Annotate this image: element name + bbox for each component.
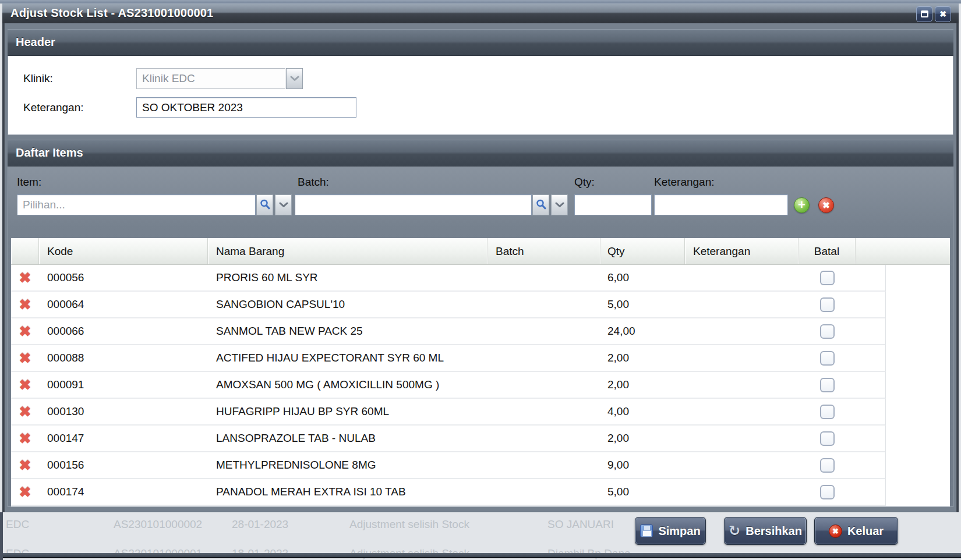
batch-search-button[interactable]	[532, 194, 549, 215]
batal-checkbox[interactable]	[820, 485, 835, 499]
column-header-nama[interactable]: Nama Barang	[208, 238, 487, 264]
delete-row-icon[interactable]: ✖	[19, 271, 31, 285]
bersihkan-button[interactable]: ↻ Bersihkan	[724, 517, 807, 545]
row-qty: 2,00	[600, 345, 685, 371]
row-batch	[487, 452, 600, 478]
column-header-kode[interactable]: Kode	[39, 238, 208, 264]
desktop: EDC AS230101000002 28-01-2023 Adjustment…	[0, 0, 961, 560]
row-delete-cell: ✖	[11, 479, 39, 505]
keluar-button[interactable]: ✖ Keluar	[814, 517, 898, 545]
row-keterangan	[685, 318, 799, 344]
table-row[interactable]: ✖ 000066 SANMOL TAB NEW PACK 25 24,00	[11, 318, 886, 345]
row-delete-cell: ✖	[11, 426, 39, 451]
column-header-filler	[856, 238, 950, 264]
keterangan-input[interactable]	[654, 194, 788, 215]
row-batch	[487, 426, 600, 451]
row-delete-cell: ✖	[11, 265, 39, 290]
header-panel-body: Klinik: Klinik EDC Keterangan:	[8, 56, 953, 135]
item-search-input[interactable]	[17, 194, 256, 215]
row-nama: PRORIS 60 ML SYR	[208, 265, 487, 290]
bersihkan-label: Bersihkan	[746, 524, 802, 538]
delete-row-icon[interactable]: ✖	[19, 405, 31, 419]
maximize-button[interactable]	[916, 6, 932, 22]
close-button[interactable]: ✖	[935, 6, 951, 22]
items-panel-title: Daftar Items	[16, 146, 83, 160]
window-body: Header Klinik: Klinik EDC Keterangan: Da…	[2, 23, 959, 512]
qty-label: Qty:	[574, 176, 595, 189]
column-header-keterangan[interactable]: Keterangan	[685, 238, 799, 264]
batal-checkbox[interactable]	[820, 351, 835, 366]
batch-search-input[interactable]	[295, 194, 532, 215]
batal-checkbox[interactable]	[820, 405, 835, 419]
bg-row-jenis: Adjustment selisih Stock	[349, 518, 469, 531]
table-row[interactable]: ✖ 000091 AMOXSAN 500 MG ( AMOXICILLIN 50…	[11, 372, 886, 399]
klinik-combo-value[interactable]: Klinik EDC	[136, 68, 285, 89]
chevron-down-icon	[279, 202, 288, 208]
maximize-icon	[921, 10, 928, 17]
column-header-delete[interactable]	[11, 238, 39, 264]
bg-row-klinik: EDC	[6, 518, 29, 531]
row-batch	[487, 345, 600, 371]
row-delete-cell: ✖	[11, 318, 39, 344]
batch-combo	[295, 194, 568, 215]
klinik-combo[interactable]: Klinik EDC	[136, 68, 303, 89]
table-row[interactable]: ✖ 000147 LANSOPRAZOLE TAB - NULAB 2,00	[11, 426, 886, 452]
row-keterangan	[685, 292, 799, 317]
klinik-combo-trigger[interactable]	[286, 68, 303, 89]
row-qty: 4,00	[600, 399, 685, 424]
table-row[interactable]: ✖ 000156 METHYLPREDNISOLONE 8MG 9,00	[11, 452, 886, 479]
item-search-button[interactable]	[256, 194, 273, 215]
item-combo-trigger[interactable]	[275, 194, 292, 215]
delete-row-icon[interactable]: ✖	[19, 351, 31, 366]
batal-checkbox[interactable]	[820, 458, 835, 473]
delete-row-icon[interactable]: ✖	[19, 324, 31, 339]
keterangan-header-input[interactable]	[136, 97, 356, 118]
delete-row-icon[interactable]: ✖	[19, 458, 31, 473]
batal-checkbox[interactable]	[820, 431, 835, 446]
batal-checkbox[interactable]	[820, 297, 835, 312]
row-keterangan	[685, 452, 799, 478]
qty-input[interactable]	[574, 194, 652, 215]
row-delete-cell: ✖	[11, 292, 39, 317]
column-header-qty[interactable]: Qty	[600, 238, 685, 264]
row-batch	[487, 318, 600, 344]
table-row[interactable]: ✖ 000088 ACTIFED HIJAU EXPECTORANT SYR 6…	[11, 345, 886, 372]
row-delete-cell: ✖	[11, 345, 39, 371]
delete-row-icon[interactable]: ✖	[19, 431, 31, 446]
batch-combo-trigger[interactable]	[551, 194, 568, 215]
item-combo	[17, 194, 292, 215]
table-row[interactable]: ✖ 000064 SANGOBION CAPSUL'10 5,00	[11, 292, 886, 318]
grid-header: Kode Nama Barang Batch Qty Keterangan Ba…	[11, 238, 950, 265]
table-row[interactable]: ✖ 000174 PANADOL MERAH EXTRA ISI 10 TAB …	[11, 479, 886, 506]
row-nama: PANADOL MERAH EXTRA ISI 10 TAB	[208, 479, 487, 505]
batal-checkbox[interactable]	[820, 324, 835, 339]
batal-checkbox[interactable]	[820, 378, 835, 392]
keluar-label: Keluar	[847, 524, 884, 538]
add-item-icon[interactable]: +	[794, 197, 810, 213]
row-kode: 000147	[39, 426, 208, 451]
row-kode: 000174	[39, 479, 208, 505]
adjust-stock-window: Adjust Stock List - AS231001000001 ✖ Hea…	[2, 3, 959, 512]
items-grid: Kode Nama Barang Batch Qty Keterangan Ba…	[11, 238, 950, 506]
delete-row-icon[interactable]: ✖	[19, 485, 31, 499]
window-titlebar[interactable]: Adjust Stock List - AS231001000001 ✖	[2, 3, 959, 23]
row-keterangan	[685, 479, 799, 505]
simpan-label: Simpan	[658, 524, 700, 538]
delete-row-icon[interactable]: ✖	[19, 378, 31, 392]
delete-row-icon[interactable]: ✖	[19, 297, 31, 312]
table-row[interactable]: ✖ 000056 PRORIS 60 ML SYR 6,00	[11, 265, 886, 292]
row-keterangan	[685, 265, 799, 290]
column-header-batch[interactable]: Batch	[487, 238, 600, 264]
keterangan-header-label: Keterangan:	[23, 101, 84, 114]
row-qty: 5,00	[600, 292, 685, 317]
batal-checkbox[interactable]	[820, 271, 835, 285]
simpan-button[interactable]: Simpan	[635, 517, 706, 545]
table-row[interactable]: ✖ 000130 HUFAGRIPP HIJAU BP SYR 60ML 4,0…	[11, 399, 886, 426]
cancel-item-icon[interactable]: ✖	[818, 197, 834, 213]
row-kode: 000056	[39, 265, 208, 290]
row-batal-cell	[799, 265, 856, 290]
column-header-batal[interactable]: Batal	[799, 238, 856, 264]
row-qty: 9,00	[600, 452, 685, 478]
row-batal-cell	[799, 452, 856, 478]
row-batal-cell	[799, 318, 856, 344]
